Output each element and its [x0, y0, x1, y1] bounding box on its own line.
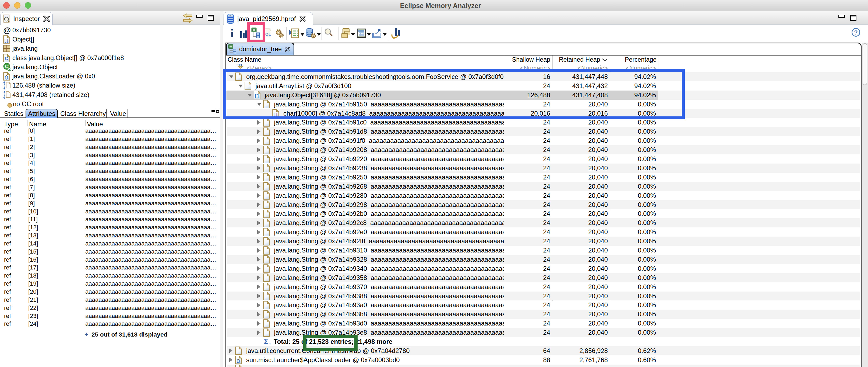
- svg-text:QL: QL: [265, 32, 271, 36]
- svg-text:[]: []: [4, 38, 9, 43]
- svg-text:C: C: [5, 56, 8, 61]
- svg-text:s: s: [9, 67, 11, 72]
